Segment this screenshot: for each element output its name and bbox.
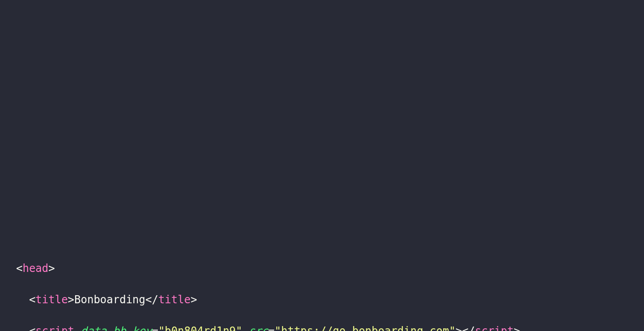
code-attr-src: src [249, 325, 268, 331]
code-token: > [68, 293, 74, 306]
code-token: </ [462, 325, 475, 331]
code-indent [16, 293, 29, 306]
code-string-bbkey: "b0n804rd1n9" [158, 325, 242, 331]
code-string-quote: " [275, 325, 281, 331]
code-line-2: <title>Bonboarding</title> [16, 292, 520, 308]
code-token: > [191, 293, 197, 306]
code-token: < [29, 293, 35, 306]
code-block: <head> <title>Bonboarding</title> <scrip… [16, 245, 520, 331]
code-url: https://go.bonboarding.com [281, 325, 449, 331]
code-tag-script: script [35, 325, 74, 331]
code-token: > [456, 325, 462, 331]
code-tag-title-close: title [158, 293, 191, 306]
code-token: > [48, 262, 55, 275]
code-token: = [152, 325, 158, 331]
code-string-quote: " [449, 325, 455, 331]
code-space [242, 325, 249, 331]
code-tag-script-close: script [475, 325, 514, 331]
code-token: = [268, 325, 275, 331]
code-tag-head: head [22, 262, 48, 275]
code-token: > [514, 325, 520, 331]
code-tag-title: title [35, 293, 68, 306]
code-space [74, 325, 80, 331]
code-line-1: <head> [16, 261, 520, 276]
code-attr-data-bb-key: data-bb-key [81, 325, 152, 331]
code-token: </ [145, 293, 158, 306]
code-token: < [29, 325, 35, 331]
code-token: < [16, 262, 22, 275]
code-indent [16, 325, 29, 331]
code-text-title: Bonboarding [74, 293, 145, 306]
code-line-3: <script data-bb-key="b0n804rd1n9" src="h… [16, 323, 520, 331]
